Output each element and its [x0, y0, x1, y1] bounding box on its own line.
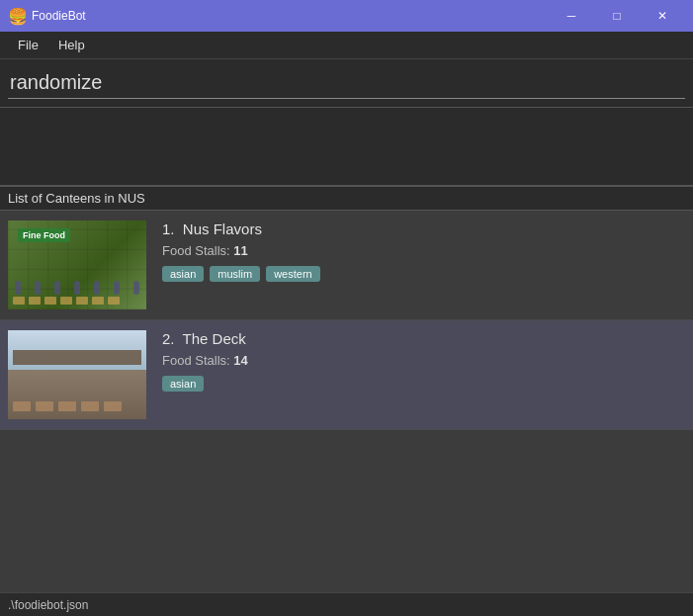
tag-muslim-1: muslim — [210, 266, 260, 282]
canteen-tables-1 — [13, 297, 141, 305]
stalls-count-1: 11 — [233, 243, 247, 258]
canteen-info-1: 1. Nus Flavors Food Stalls: 11 asian mus… — [162, 220, 685, 282]
canteen-item-1[interactable]: Fine Food 1. Nus Fla — [0, 211, 693, 320]
stalls-count-2: 14 — [233, 353, 247, 368]
output-area — [0, 108, 693, 187]
stalls-label-2: Food Stalls: — [162, 353, 230, 368]
statusbar-text: .\foodiebot.json — [8, 598, 88, 612]
canteen-thumbnail-2 — [8, 330, 146, 419]
canteen-item-2[interactable]: 2. The Deck Food Stalls: 14 asian — [0, 320, 693, 430]
app-icon: 🍔 — [8, 7, 26, 25]
searchbar — [0, 59, 693, 108]
canteen-tags-2: asian — [162, 376, 685, 392]
section-header-label: List of Canteens in NUS — [8, 191, 145, 206]
canteen-list: Fine Food 1. Nus Fla — [0, 211, 693, 592]
canteen-stalls-1: Food Stalls: 11 — [162, 243, 685, 258]
canteen-sign-1: Fine Food — [18, 228, 70, 242]
canteen-stalls-2: Food Stalls: 14 — [162, 353, 685, 368]
titlebar: 🍔 FoodieBot ─ □ ✕ — [0, 0, 693, 32]
statusbar: .\foodiebot.json — [0, 592, 693, 616]
search-input[interactable] — [8, 67, 685, 99]
menu-help[interactable]: Help — [48, 34, 95, 56]
canteen-info-2: 2. The Deck Food Stalls: 14 asian — [162, 330, 685, 392]
canteen-name-2: 2. The Deck — [162, 330, 685, 347]
canteen-floor-2 — [8, 370, 146, 419]
section-header: List of Canteens in NUS — [0, 187, 693, 211]
canteen-people-1 — [8, 281, 146, 295]
canteen-name-1: 1. Nus Flavors — [162, 220, 685, 237]
tag-asian-1: asian — [162, 266, 204, 282]
canteen-tables-2 — [13, 401, 141, 411]
close-button[interactable]: ✕ — [640, 0, 685, 32]
tag-western-1: western — [266, 266, 320, 282]
menubar: File Help — [0, 32, 693, 59]
app-title: FoodieBot — [32, 9, 549, 23]
window-controls: ─ □ ✕ — [549, 0, 685, 32]
stalls-label-1: Food Stalls: — [162, 243, 230, 258]
tag-asian-2: asian — [162, 376, 204, 392]
canteen-tags-1: asian muslim western — [162, 266, 685, 282]
menu-file[interactable]: File — [8, 34, 48, 56]
minimize-button[interactable]: ─ — [549, 0, 594, 32]
canteen-roof-2 — [13, 350, 141, 365]
maximize-button[interactable]: □ — [594, 0, 640, 32]
canteen-thumbnail-1: Fine Food — [8, 220, 146, 309]
